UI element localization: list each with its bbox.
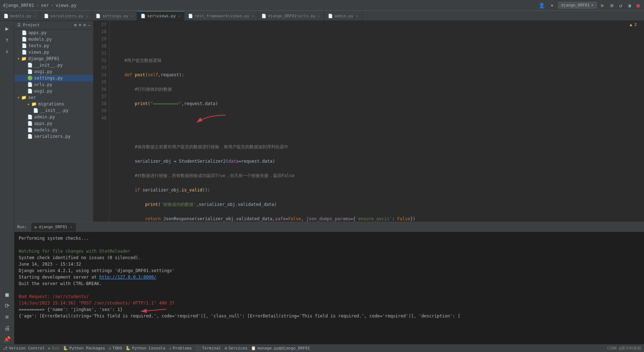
sidebar-item-init1[interactable]: 📄 __init__.py bbox=[14, 62, 93, 68]
status-manage[interactable]: 📋 manage.py@django_DRF01 bbox=[251, 346, 310, 351]
list-toolbar-btn[interactable]: ≡ bbox=[4, 312, 10, 322]
tab-close-rest-views[interactable]: ✕ bbox=[252, 14, 254, 18]
status-problems[interactable]: ⚠ Problems bbox=[169, 346, 192, 351]
str-ascii-39: 'ensure_ascii' bbox=[356, 216, 392, 221]
tab-rest-views-py[interactable]: 📄 rest_framework\views.py ✕ bbox=[184, 11, 258, 21]
status-terminal-label: Terminal bbox=[202, 346, 221, 351]
code-line-29: #用户提交数据逻辑 bbox=[114, 57, 640, 64]
run-toolbar-btn[interactable]: ▶ bbox=[4, 24, 10, 33]
sidebar-item-urls[interactable]: 📄 urls.py bbox=[14, 81, 93, 88]
tab-models-py[interactable]: 📄 models.py ✕ bbox=[0, 11, 40, 21]
sidebar-item-settings[interactable]: 🟢 settings.py bbox=[14, 75, 93, 81]
up-toolbar-btn[interactable]: ↑ bbox=[4, 35, 10, 45]
tab-close-settings[interactable]: ✕ bbox=[131, 14, 133, 18]
code-line-35: serializer_obj = StudentSerializer2(data… bbox=[114, 158, 640, 165]
run-icon-terminal: ▶ bbox=[35, 225, 37, 230]
tab-admin-py[interactable]: 📄 admin.py ✕ bbox=[324, 11, 362, 21]
tab-settings-py[interactable]: 📄 settings.py ✕ bbox=[92, 11, 137, 21]
stop-toolbar-btn[interactable]: ■ bbox=[4, 290, 10, 299]
sidebar-item-apps[interactable]: 📄 apps.py bbox=[14, 30, 93, 36]
kw-return-39: return bbox=[145, 216, 164, 221]
down-toolbar-btn[interactable]: ↓ bbox=[4, 46, 10, 56]
python-pkg-icon: 🐍 bbox=[63, 346, 68, 351]
services-icon: ⚙ bbox=[225, 346, 227, 351]
status-todo[interactable]: ☑ TODO bbox=[109, 346, 122, 351]
sidebar-close-icon[interactable]: — bbox=[88, 23, 90, 27]
tab-icon-ser-views: 📄 bbox=[141, 14, 146, 18]
ln-36: 36 bbox=[96, 86, 106, 93]
tab-ser-views-py[interactable]: 📄 ser\views.py ✕ bbox=[137, 11, 184, 21]
status-bar-right: CSDN @景天科技苑 bbox=[607, 346, 641, 351]
breadcrumb-2: views.py bbox=[56, 3, 77, 8]
sidebar-collapse-icon[interactable]: ≡ bbox=[79, 23, 81, 27]
refresh-icon[interactable]: ↺ bbox=[618, 2, 624, 9]
print-toolbar-btn[interactable]: 🖨 bbox=[3, 323, 12, 333]
sidebar-folder-django[interactable]: ▾ 📁 django_DRF01 bbox=[14, 55, 93, 62]
sidebar-item-models-top[interactable]: 📄 models.py bbox=[14, 36, 93, 42]
user-dropdown-icon[interactable]: ▾ bbox=[549, 2, 555, 9]
sidebar-item-asgi[interactable]: 📄 asgi.py bbox=[14, 68, 93, 75]
t-line-2: Watching for file changes with StatReloa… bbox=[19, 248, 640, 254]
tab-close-admin[interactable]: ✕ bbox=[356, 14, 358, 18]
status-terminal[interactable]: ⬛ Terminal bbox=[196, 346, 221, 351]
ln-31: 31 bbox=[96, 50, 106, 57]
user-icon[interactable]: 👤 bbox=[537, 2, 546, 9]
pin-toolbar-btn[interactable]: 📌 bbox=[2, 334, 12, 344]
sidebar-folder-migrations[interactable]: ▸ 📁 migrations bbox=[14, 101, 93, 107]
folder-icon-img-migrations: 📁 bbox=[31, 101, 37, 107]
status-version-control[interactable]: ⎇ Version Control bbox=[3, 346, 45, 351]
sidebar-item-tests[interactable]: 📄 tests.py bbox=[14, 42, 93, 49]
sidebar-label-init2: __init__.py bbox=[40, 108, 68, 113]
status-services[interactable]: ⚙ Services bbox=[225, 346, 248, 351]
settings-icon[interactable]: ⚙ bbox=[609, 2, 615, 9]
app-brand: django_DRF01 bbox=[3, 3, 34, 8]
code-line-37: if serializer_obj.is_valid(): bbox=[114, 186, 640, 194]
tab-serializers-py[interactable]: 📄 serializers.py ✕ bbox=[40, 11, 92, 21]
status-vc-label: Version Control bbox=[9, 346, 45, 351]
sidebar-item-admin[interactable]: 📄 admin.py bbox=[14, 114, 93, 120]
run-status-icon: ▶ bbox=[48, 346, 51, 351]
terminal-tab-main[interactable]: ▶ django_DRF01 ✕ bbox=[31, 223, 76, 231]
sidebar-item-serializers2[interactable]: 📄 serializers.py bbox=[14, 133, 93, 140]
code-editor[interactable]: ▲ 2 27 28 29 30 31 32 33 34 35 36 37 bbox=[93, 21, 644, 222]
ln-38: 38 bbox=[96, 100, 106, 107]
status-python-console[interactable]: 🐍 Python Console bbox=[125, 346, 165, 351]
brand-label: CSDN @景天科技苑 bbox=[607, 346, 641, 351]
terminal-tab-close[interactable]: ✕ bbox=[70, 225, 72, 229]
sidebar-settings-icon[interactable]: ⚙ bbox=[83, 23, 86, 27]
tab-close-urls[interactable]: ✕ bbox=[318, 14, 320, 18]
punc-39f: ={ bbox=[351, 216, 356, 221]
sidebar-expand-icon[interactable]: ⊞ bbox=[74, 23, 77, 27]
tab-bar: 📄 models.py ✕ 📄 serializers.py ✕ 📄 setti… bbox=[0, 11, 644, 21]
tab-close-ser-views[interactable]: ✕ bbox=[178, 14, 181, 18]
sidebar-item-models2[interactable]: 📄 models.py bbox=[14, 127, 93, 133]
tab-close-serializers[interactable]: ✕ bbox=[86, 14, 88, 18]
rerun-toolbar-btn[interactable]: ⟳ bbox=[3, 301, 11, 311]
tab-label-rest-views: rest_framework\views.py bbox=[195, 14, 249, 18]
run-button[interactable]: ▶ bbox=[600, 1, 606, 9]
t-line-8 bbox=[19, 287, 640, 293]
sidebar-item-wsgi[interactable]: 📄 wsgi.py bbox=[14, 88, 93, 94]
status-run[interactable]: ▶ Run bbox=[48, 346, 59, 351]
stop-button[interactable]: ■ bbox=[635, 2, 641, 9]
tab-close-models[interactable]: ✕ bbox=[34, 14, 36, 18]
sidebar-item-apps2[interactable]: 📄 apps.py bbox=[14, 120, 93, 127]
sidebar-item-init2[interactable]: 📄 __init__.py bbox=[14, 107, 93, 114]
ln-37: 37 bbox=[96, 93, 106, 100]
terminal-content[interactable]: Performing system checks... Watching for… bbox=[14, 232, 644, 344]
activity-icon[interactable]: ◑ bbox=[626, 2, 632, 9]
tab-label-models: models.py bbox=[10, 14, 32, 18]
sidebar-label-django: django_DRF01 bbox=[28, 56, 59, 61]
tab-label-admin: admin.py bbox=[334, 14, 353, 18]
comment-29: #用户提交数据逻辑 bbox=[124, 58, 161, 63]
left-toolbar: ▶ ↑ ↓ ■ ⟳ ≡ 🖨 📌 bbox=[0, 21, 14, 344]
sidebar-folder-ser[interactable]: ▾ 📁 ser bbox=[14, 94, 93, 101]
file-icon-tests: 📄 bbox=[22, 43, 27, 48]
var-data-32: data bbox=[205, 101, 215, 106]
file-icon-views-top: 📄 bbox=[22, 50, 27, 55]
project-selector[interactable]: django_DRF01 ▾ bbox=[558, 2, 597, 9]
status-python-packages[interactable]: 🐍 Python Packages bbox=[63, 346, 105, 351]
sidebar-item-views-top[interactable]: 📄 views.py bbox=[14, 49, 93, 55]
tab-urls-py[interactable]: 📄 django_DRF01\urls.py ✕ bbox=[258, 11, 324, 21]
dev-server-link[interactable]: http://127.0.0.1:8000/ bbox=[99, 275, 156, 280]
